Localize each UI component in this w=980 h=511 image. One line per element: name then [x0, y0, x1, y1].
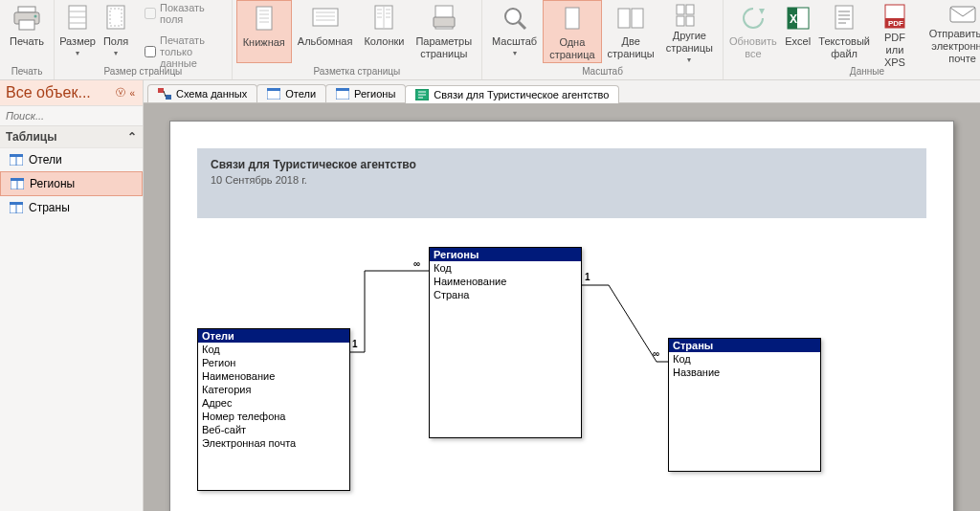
table-field: Категория	[198, 383, 349, 396]
nav-title: Все объек...	[6, 84, 114, 101]
nav-item-label: Страны	[29, 201, 70, 214]
show-fields-checkbox[interactable]: Показать поля	[141, 0, 222, 27]
margins-icon	[100, 3, 131, 33]
portrait-button[interactable]: Книжная	[236, 0, 292, 63]
table-field: Наименование	[430, 275, 581, 288]
report-date: 10 Сентябрь 2018 г.	[211, 174, 913, 186]
table-icon	[11, 178, 24, 189]
refresh-icon	[738, 3, 768, 33]
tab-схема-данных[interactable]: Схема данных	[147, 84, 257, 102]
margins-button[interactable]: Поля ▾	[97, 0, 135, 63]
nav-collapse-icon[interactable]: «	[129, 88, 135, 99]
diagram-table-отели: ОтелиКодРегионНаименованиеКатегорияАдрес…	[197, 328, 350, 491]
table-header: Отели	[198, 329, 349, 343]
pdf-xps-button[interactable]: PDF PDF или XPS	[872, 0, 919, 63]
nav-section-tables[interactable]: Таблицы ⌃	[0, 126, 143, 148]
pdf-icon: PDF	[880, 3, 910, 30]
email-icon	[947, 3, 978, 26]
svg-line-42	[164, 91, 166, 97]
more-pages-button[interactable]: Другие страницы ▾	[660, 0, 719, 63]
dropdown-arrow-icon: ▾	[114, 49, 118, 57]
group-label-zoom: Масштаб	[582, 65, 623, 78]
table-field: Страна	[430, 288, 581, 301]
dropdown-arrow-icon: ▾	[76, 49, 79, 57]
table-field: Адрес	[198, 396, 349, 410]
tab-label: Регионы	[354, 88, 395, 100]
table-field: Код	[669, 352, 820, 366]
email-button[interactable]: Отправить по электронной почте	[918, 0, 980, 63]
page-setup-icon	[429, 3, 459, 33]
svg-rect-17	[632, 9, 643, 28]
zoom-button[interactable]: Масштаб ▾	[486, 0, 543, 63]
group-label-page-size: Размер страницы	[103, 65, 182, 78]
table-field: Регион	[198, 356, 349, 369]
table-icon	[10, 154, 23, 166]
svg-rect-12	[434, 17, 455, 27]
nav-item-countries[interactable]: Страны	[0, 196, 143, 219]
tab-связи-для-туристическое-агентство[interactable]: Связи для Туристическое агентство	[405, 85, 619, 103]
more-pages-icon	[674, 3, 704, 28]
svg-line-14	[519, 22, 525, 29]
text-file-icon	[829, 3, 859, 33]
table-field: Электронная почта	[198, 436, 349, 450]
landscape-icon	[310, 3, 341, 33]
table-field: Веб-сайт	[198, 423, 349, 436]
svg-rect-15	[566, 8, 579, 29]
tab-icon	[267, 88, 280, 100]
tab-label: Отели	[285, 88, 316, 100]
nav-item-hotels[interactable]: Отели	[0, 148, 143, 171]
tab-icon	[336, 88, 349, 100]
svg-rect-26	[835, 6, 853, 29]
two-pages-button[interactable]: Две страницы	[602, 0, 660, 63]
svg-rect-44	[267, 88, 280, 91]
two-pages-icon	[615, 3, 646, 33]
report-title: Связи для Туристическое агентство	[211, 158, 913, 171]
ribbon: Печать Печать Размер ▾ Поля ▾ Показать п…	[0, 0, 980, 80]
nav-search: 🔍	[0, 105, 143, 126]
svg-rect-8	[313, 9, 338, 26]
table-field: Номер телефона	[198, 410, 349, 423]
table-field: Код	[198, 343, 349, 356]
print-preview-canvas[interactable]: Связи для Туристическое агентство 10 Сен…	[144, 103, 980, 511]
table-header: Регионы	[430, 248, 581, 261]
tab-icon	[158, 88, 171, 100]
landscape-button[interactable]: Альбомная	[292, 0, 359, 63]
portrait-icon	[249, 4, 279, 34]
page-size-icon	[62, 3, 93, 33]
svg-rect-40	[158, 88, 164, 93]
group-label-print: Печать	[11, 65, 43, 78]
refresh-all-button: Обновить все	[727, 0, 779, 63]
excel-icon: X	[783, 3, 813, 33]
tab-label: Схема данных	[176, 88, 247, 100]
svg-point-13	[505, 9, 521, 24]
svg-rect-16	[618, 9, 630, 28]
document-tabs: Схема данныхОтелиРегионыСвязи для Турист…	[144, 80, 980, 103]
svg-rect-30	[950, 7, 975, 22]
text-file-button[interactable]: Текстовый файл	[817, 0, 872, 63]
nav-header[interactable]: Все объек... ⓥ «	[0, 80, 143, 105]
page-setup-button[interactable]: Параметры страницы	[410, 0, 478, 63]
svg-rect-46	[336, 88, 349, 91]
svg-point-3	[34, 15, 37, 18]
one-page-button[interactable]: Одна страница	[543, 0, 601, 63]
tab-icon	[415, 89, 429, 100]
search-input[interactable]	[0, 106, 145, 125]
table-field: Код	[430, 261, 581, 275]
svg-text:X: X	[790, 12, 797, 26]
section-collapse-icon: ⌃	[127, 130, 137, 144]
nav-dropdown-icon[interactable]: ⓥ	[116, 86, 125, 100]
excel-button[interactable]: X Excel	[779, 0, 817, 63]
svg-rect-0	[18, 7, 35, 12]
tab-отели[interactable]: Отели	[256, 84, 326, 102]
table-header: Страны	[669, 339, 820, 352]
svg-rect-18	[677, 5, 684, 14]
diagram-table-регионы: РегионыКодНаименованиеСтрана	[429, 247, 582, 438]
svg-rect-19	[686, 5, 694, 14]
svg-rect-2	[19, 20, 34, 30]
group-label-data: Данные	[850, 65, 884, 78]
print-button[interactable]: Печать	[4, 0, 50, 63]
nav-item-regions[interactable]: Регионы	[0, 171, 143, 196]
size-button[interactable]: Размер ▾	[58, 0, 97, 63]
columns-button[interactable]: Колонки	[358, 0, 410, 63]
tab-регионы[interactable]: Регионы	[325, 84, 406, 102]
